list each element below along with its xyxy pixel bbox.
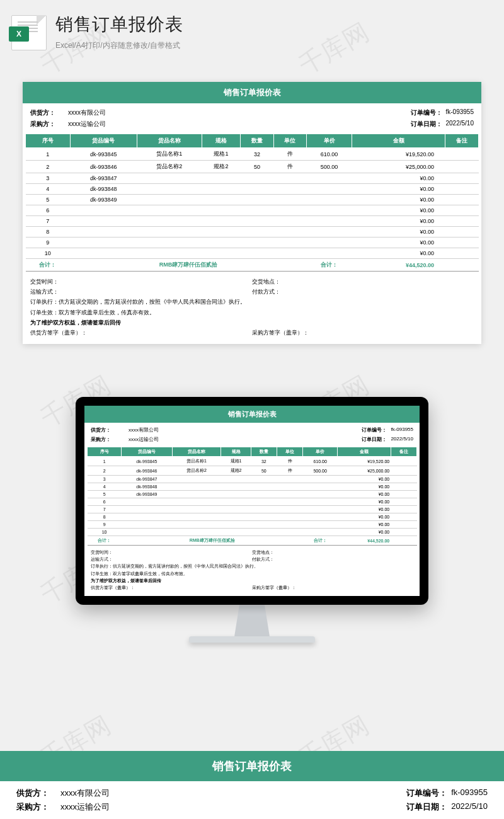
col-header: 备注: [391, 447, 416, 457]
table-row: 10¥0.00: [26, 248, 479, 259]
col-header: 规格: [202, 134, 241, 148]
col-header: 货品名称: [137, 134, 202, 148]
table-row: 1dk-993845货品名称1规格132件610.00¥19,520.00: [88, 457, 417, 466]
table-row: 1dk-993845货品名称1规格132件610.00¥19,520.00: [26, 148, 479, 161]
buyer-value: xxxx运输公司: [60, 801, 199, 813]
order-no-label: 订单编号：: [406, 788, 447, 799]
table-row: 8¥0.00: [26, 227, 479, 238]
col-header: 货品编号: [122, 447, 172, 457]
col-header: 单位: [273, 134, 306, 148]
col-header: 序号: [26, 134, 71, 148]
page-title: 销售订单报价表: [55, 13, 485, 37]
items-table: 序号货品编号货品名称规格数量单位单价金额备注1dk-993845货品名称1规格1…: [25, 134, 479, 272]
col-header: 单价: [307, 134, 352, 148]
col-header: 单位: [277, 447, 302, 457]
spreadsheet-preview: 销售订单报价表供货方：采购方：xxxx有限公司xxxx运输公司订单编号：fk-0…: [23, 82, 481, 344]
sheet-title: 销售订单报价表: [23, 82, 481, 103]
terms-block: 交货时间：交货地点：运输方式：付款方式：订单执行：供方延误交期的，需方延误付款的…: [84, 546, 420, 596]
table-row: 4dk-993848¥0.00: [26, 184, 479, 195]
table-row: 4dk-993848¥0.00: [88, 483, 417, 491]
table-row: 9¥0.00: [26, 238, 479, 248]
spreadsheet-zoom-strip: 销售订单报价表 供货方：采购方： xxxx有限公司xxxx运输公司 订单编号：f…: [0, 751, 504, 819]
sheet-title: 销售订单报价表: [0, 751, 504, 781]
terms-block: 交货时间：交货地点：运输方式：付款方式：订单执行：供方延误交期的，需方延误付款的…: [23, 272, 481, 344]
order-date-label: 订单日期：: [406, 801, 447, 813]
table-row: 7¥0.00: [26, 216, 479, 227]
items-table: 序号货品编号货品名称规格数量单位单价金额备注1dk-993845货品名称1规格1…: [87, 447, 417, 546]
supplier-label: 供货方：: [16, 788, 60, 799]
order-no-value: fk-093955: [451, 788, 488, 799]
col-header: 数量: [241, 134, 273, 148]
col-header: 金额: [338, 447, 391, 457]
supplier-value: xxxx有限公司: [60, 788, 199, 799]
table-row: 2dk-993846货品名称2规格250件500.00¥25,000.00: [88, 466, 417, 476]
table-row: 6¥0.00: [26, 205, 479, 216]
col-header: 规格: [221, 447, 251, 457]
page-subtitle: Excel/A4打印/内容随意修改/自带格式: [55, 40, 485, 51]
table-row: 6¥0.00: [88, 498, 417, 506]
table-row: 10¥0.00: [88, 529, 417, 536]
table-row: 8¥0.00: [88, 513, 417, 521]
col-header: 货品名称: [172, 447, 221, 457]
col-header: 备注: [445, 134, 479, 148]
order-date-value: 2022/5/10: [451, 801, 488, 813]
table-row: 9¥0.00: [88, 521, 417, 529]
col-header: 序号: [88, 447, 122, 457]
table-row: 3dk-993847¥0.00: [26, 173, 479, 184]
col-header: 数量: [251, 447, 277, 457]
excel-file-icon: X: [11, 15, 47, 50]
sheet-title: 销售订单报价表: [84, 406, 420, 423]
total-row: 合计：RMB肆万肆仟伍佰贰拾合计：¥44,520.00: [88, 536, 417, 546]
buyer-label: 采购方：: [16, 801, 60, 813]
table-row: 5dk-993849¥0.00: [26, 195, 479, 205]
table-row: 7¥0.00: [88, 506, 417, 513]
monitor-mockup: 销售订单报价表供货方：采购方：xxxx有限公司xxxx运输公司订单编号：fk-0…: [76, 397, 428, 643]
col-header: 金额: [352, 134, 445, 148]
table-row: 2dk-993846货品名称2规格250件500.00¥25,000.00: [26, 161, 479, 173]
table-row: 3dk-993847¥0.00: [88, 476, 417, 483]
col-header: 货品编号: [70, 134, 137, 148]
total-row: 合计：RMB肆万肆仟伍佰贰拾合计：¥44,520.00: [26, 259, 479, 272]
table-row: 5dk-993849¥0.00: [88, 491, 417, 498]
col-header: 单价: [303, 447, 338, 457]
